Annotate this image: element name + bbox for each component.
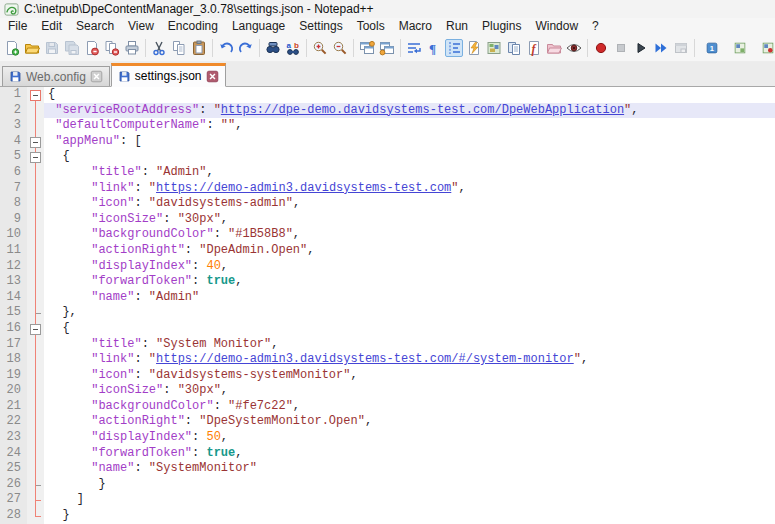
fold-collapse-icon[interactable] xyxy=(30,90,41,101)
macro-run-multiple-icon[interactable] xyxy=(652,39,670,57)
code-line[interactable]: 5 { xyxy=(0,149,775,165)
code-line[interactable]: 21 "backgroundColor": "#fe7c22", xyxy=(0,399,775,415)
code-line[interactable]: 20 "iconSize": "30px", xyxy=(0,383,775,399)
copy-icon[interactable] xyxy=(170,39,188,57)
menu-item-encoding[interactable]: Encoding xyxy=(161,18,225,35)
code-line[interactable]: 14 "name": "Admin" xyxy=(0,290,775,306)
code-line[interactable]: 12 "displayIndex": 40, xyxy=(0,259,775,275)
line-number: 28 xyxy=(0,508,27,524)
sync-horizontal-scroll-icon[interactable] xyxy=(378,39,396,57)
code-text: "forwardToken": true, xyxy=(44,274,775,290)
menu-item-edit[interactable]: Edit xyxy=(34,18,69,35)
code-line[interactable]: 13 "forwardToken": true, xyxy=(0,274,775,290)
macro-save-icon[interactable] xyxy=(672,39,690,57)
macro-play-icon[interactable] xyxy=(632,39,650,57)
replace-icon[interactable]: ab xyxy=(284,39,302,57)
open-file-icon[interactable] xyxy=(23,39,41,57)
find-icon[interactable] xyxy=(264,39,282,57)
menu-item-view[interactable]: View xyxy=(121,18,161,35)
menu-item-plugins[interactable]: Plugins xyxy=(475,18,528,35)
folder-as-workspace-icon[interactable] xyxy=(545,39,563,57)
title-bar[interactable]: C:\inetpub\DpeContentManager_3.0.78\sett… xyxy=(0,0,775,18)
code-line[interactable]: 3 "defaultComputerName": "", xyxy=(0,118,775,134)
code-line[interactable]: 24 "forwardToken": true, xyxy=(0,446,775,462)
document-switcher-icon[interactable] xyxy=(505,39,523,57)
code-line[interactable]: 4 "appMenu": [ xyxy=(0,134,775,150)
cut-icon[interactable] xyxy=(150,39,168,57)
tab-label: settings.json xyxy=(135,69,202,83)
toolbar-separator xyxy=(145,39,146,57)
zoom-in-icon[interactable] xyxy=(311,39,329,57)
new-file-icon[interactable] xyxy=(3,39,21,57)
undo-icon[interactable] xyxy=(217,39,235,57)
fold-margin xyxy=(27,196,44,212)
file-browser-icon[interactable] xyxy=(465,39,483,57)
fold-margin xyxy=(27,305,44,321)
monitoring-icon[interactable] xyxy=(565,39,583,57)
close-tab-icon[interactable] xyxy=(206,70,219,83)
code-line[interactable]: 25 "name": "SystemMonitor" xyxy=(0,461,775,477)
close-tab-icon[interactable] xyxy=(90,70,103,83)
code-line[interactable]: 9 "iconSize": "30px", xyxy=(0,212,775,228)
code-line[interactable]: 6 "title": "Admin", xyxy=(0,165,775,181)
tab-web-config[interactable]: Web.config xyxy=(2,66,110,86)
tab-settings-json[interactable]: settings.json xyxy=(111,63,226,87)
paste-icon[interactable] xyxy=(190,39,208,57)
menu-item-search[interactable]: Search xyxy=(69,18,121,35)
menu-item-language[interactable]: Language xyxy=(225,18,292,35)
code-line[interactable]: 27 ] xyxy=(0,492,775,508)
code-line[interactable]: 17 "title": "System Monitor", xyxy=(0,337,775,353)
plugin-icon-3-icon[interactable] xyxy=(759,39,775,57)
sync-vertical-scroll-icon[interactable] xyxy=(358,39,376,57)
line-number: 6 xyxy=(0,165,27,181)
menu-item-help[interactable]: ? xyxy=(585,18,606,35)
redo-icon[interactable] xyxy=(237,39,255,57)
code-line[interactable]: 10 "backgroundColor": "#1B58B8", xyxy=(0,227,775,243)
code-line[interactable]: 2 "serviceRootAddress": "https://dpe-dem… xyxy=(0,103,775,119)
fold-collapse-icon[interactable] xyxy=(30,137,41,148)
menu-item-window[interactable]: Window xyxy=(528,18,585,35)
show-all-characters-icon[interactable]: ¶ xyxy=(425,39,443,57)
close-file-icon[interactable] xyxy=(83,39,101,57)
code-line[interactable]: 16 { xyxy=(0,321,775,337)
indent-guide-icon[interactable] xyxy=(445,39,463,57)
fold-margin xyxy=(27,118,44,134)
line-number: 11 xyxy=(0,243,27,259)
code-line[interactable]: 7 "link": "https://demo-admin3.davidsyst… xyxy=(0,181,775,197)
document-map-icon[interactable] xyxy=(485,39,503,57)
editor-area[interactable]: 1{2 "serviceRootAddress": "https://dpe-d… xyxy=(0,87,775,524)
code-line[interactable]: 8 "icon": "davidsystems-admin", xyxy=(0,196,775,212)
code-line[interactable]: 28 } xyxy=(0,508,775,524)
fold-margin xyxy=(27,321,44,337)
code-line[interactable]: 1{ xyxy=(0,87,775,103)
line-number: 17 xyxy=(0,337,27,353)
code-line[interactable]: 26 } xyxy=(0,477,775,493)
print-icon[interactable] xyxy=(123,39,141,57)
function-list-icon[interactable]: f xyxy=(525,39,543,57)
menu-item-tools[interactable]: Tools xyxy=(350,18,392,35)
save-all-icon[interactable] xyxy=(63,39,81,57)
code-line[interactable]: 19 "icon": "davidsystems-systemMonitor", xyxy=(0,368,775,384)
zoom-out-icon[interactable] xyxy=(331,39,349,57)
macro-record-icon[interactable] xyxy=(592,39,610,57)
line-number: 18 xyxy=(0,352,27,368)
menu-item-settings[interactable]: Settings xyxy=(292,18,349,35)
code-line[interactable]: 15 }, xyxy=(0,305,775,321)
menu-item-run[interactable]: Run xyxy=(439,18,475,35)
menu-item-file[interactable]: File xyxy=(1,18,34,35)
code-text: "defaultComputerName": "", xyxy=(44,118,775,134)
save-icon[interactable] xyxy=(43,39,61,57)
word-wrap-icon[interactable] xyxy=(405,39,423,57)
code-line[interactable]: 23 "displayIndex": 50, xyxy=(0,430,775,446)
fold-collapse-icon[interactable] xyxy=(30,324,41,335)
code-line[interactable]: 11 "actionRight": "DpeAdmin.Open", xyxy=(0,243,775,259)
fold-collapse-icon[interactable] xyxy=(30,152,41,163)
plugin-icon-2-icon[interactable] xyxy=(731,39,749,57)
code-line[interactable]: 18 "link": "https://demo-admin3.davidsys… xyxy=(0,352,775,368)
toolbar-separator xyxy=(212,39,213,57)
macro-stop-icon[interactable] xyxy=(612,39,630,57)
menu-item-macro[interactable]: Macro xyxy=(392,18,439,35)
code-line[interactable]: 22 "actionRight": "DpeSystemMonitor.Open… xyxy=(0,414,775,430)
plugin-icon-1-icon[interactable]: 1 xyxy=(703,39,721,57)
close-all-files-icon[interactable] xyxy=(103,39,121,57)
